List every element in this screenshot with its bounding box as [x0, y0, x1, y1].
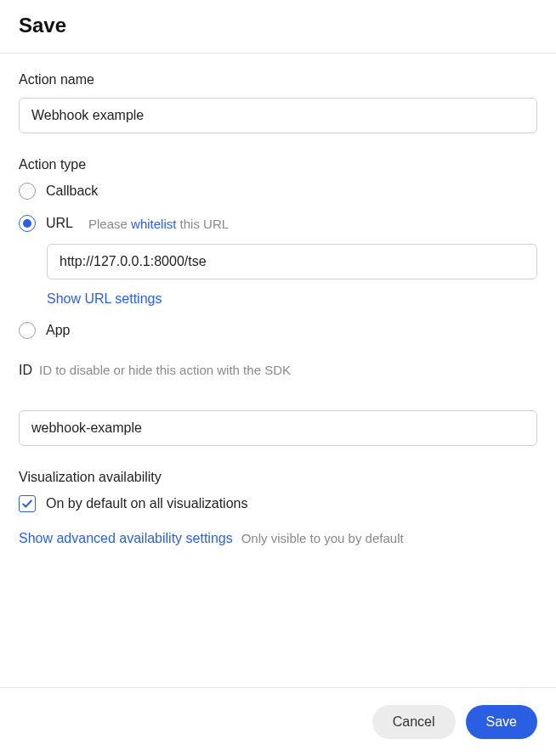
check-icon: [21, 498, 33, 510]
id-hint: ID to disable or hide this action with t…: [39, 363, 291, 377]
url-subblock: Show URL settings: [47, 244, 537, 307]
radio-option-app[interactable]: App: [19, 322, 537, 339]
radio-dot-icon: [23, 219, 31, 228]
radio-icon-selected: [19, 215, 36, 232]
visualization-label: Visualization availability: [19, 470, 537, 485]
dialog-footer: Cancel Save: [0, 687, 556, 756]
show-advanced-availability-link[interactable]: Show advanced availability settings: [19, 531, 233, 546]
radio-option-url-wrapper: URL Please whitelist this URL Show URL s…: [19, 215, 537, 307]
action-name-input[interactable]: [19, 98, 537, 133]
action-name-section: Action name: [19, 72, 537, 133]
url-input[interactable]: [47, 244, 537, 279]
action-type-radio-group: Callback URL Please whitelist this URL S…: [19, 183, 537, 339]
advanced-availability-row: Show advanced availability settings Only…: [19, 531, 537, 546]
radio-option-callback[interactable]: Callback: [19, 183, 537, 200]
dialog-title: Save: [19, 14, 537, 37]
id-input[interactable]: [19, 410, 537, 446]
action-type-label: Action type: [19, 157, 537, 172]
save-button[interactable]: Save: [466, 705, 537, 739]
visualization-section: Visualization availability On by default…: [19, 470, 537, 546]
checkbox-checked-icon: [19, 495, 36, 512]
radio-option-url[interactable]: URL Please whitelist this URL: [19, 215, 537, 232]
id-label: ID: [19, 363, 32, 378]
action-type-section: Action type Callback URL Please whitelis…: [19, 157, 537, 339]
whitelist-link[interactable]: whitelist: [131, 217, 176, 231]
radio-icon: [19, 183, 36, 200]
visualization-checkbox-row[interactable]: On by default on all visualizations: [19, 495, 537, 512]
visualization-checkbox-label: On by default on all visualizations: [46, 496, 247, 511]
radio-label-callback: Callback: [46, 183, 98, 199]
show-url-settings-link[interactable]: Show URL settings: [47, 291, 162, 307]
url-hint: Please whitelist this URL: [88, 217, 229, 231]
radio-label-app: App: [46, 323, 70, 338]
radio-icon: [19, 322, 36, 339]
dialog-header: Save: [0, 0, 556, 54]
id-label-row: ID ID to disable or hide this action wit…: [19, 363, 537, 378]
advanced-availability-hint: Only visible to you by default: [241, 531, 404, 545]
id-section: ID ID to disable or hide this action wit…: [19, 363, 537, 446]
cancel-button[interactable]: Cancel: [372, 705, 456, 739]
action-name-label: Action name: [19, 72, 537, 87]
form-body: Action name Action type Callback URL Ple…: [0, 54, 556, 567]
url-hint-suffix: this URL: [176, 217, 229, 231]
radio-label-url: URL: [46, 216, 73, 231]
url-hint-prefix: Please: [88, 217, 131, 231]
